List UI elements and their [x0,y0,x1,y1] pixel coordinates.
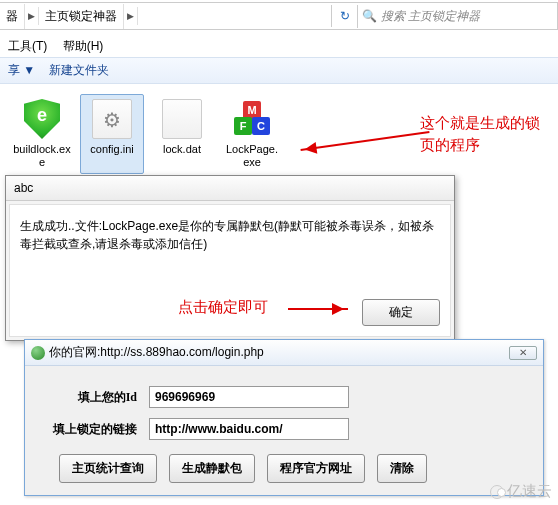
official-site-button[interactable]: 程序官方网址 [267,454,365,483]
file-label: lock.dat [153,143,211,156]
search-placeholder: 搜索 主页锁定神器 [381,8,480,25]
chevron-right-icon[interactable]: ▶ [124,7,138,25]
breadcrumb: 器 ▶ 主页锁定神器 ▶ [0,4,138,29]
file-label: LockPage.exe [223,143,281,169]
toolbar: 享 ▼ 新建文件夹 [0,57,558,84]
cloud-icon [490,485,504,499]
ini-gear-icon [92,99,132,139]
file-item[interactable]: config.ini [80,94,144,174]
arrow-icon [288,308,348,310]
exe-shield-icon [22,99,62,139]
breadcrumb-seg-1[interactable]: 器 [0,4,25,29]
stats-button[interactable]: 主页统计查询 [59,454,157,483]
file-item[interactable]: MFC LockPage.exe [220,94,284,174]
file-label: config.ini [83,143,141,156]
link-input[interactable] [149,418,349,440]
menu-help[interactable]: 帮助(H) [63,39,104,53]
search-icon: 🔍 [362,9,377,23]
menu-tools[interactable]: 工具(T) [8,39,47,53]
chevron-right-icon[interactable]: ▶ [25,7,39,25]
watermark: 亿速云 [490,482,552,501]
id-input[interactable] [149,386,349,408]
menu-bar: 工具(T) 帮助(H) [0,36,558,57]
id-label: 填上您的Id [39,389,149,406]
breadcrumb-seg-2[interactable]: 主页锁定神器 [39,4,124,29]
refresh-icon[interactable]: ↻ [331,5,357,27]
dat-file-icon [162,99,202,139]
config-title: 你的官网:http://ss.889hao.com/login.php [49,344,264,361]
file-label: buildlock.exe [13,143,71,169]
globe-icon [31,346,45,360]
ok-button[interactable]: 确定 [362,299,440,326]
dialog-title: abc [6,176,454,201]
close-button[interactable]: ✕ [509,346,537,360]
search-box[interactable]: 🔍 搜索 主页锁定神器 [357,5,557,28]
config-window: 你的官网:http://ss.889hao.com/login.php ✕ 填上… [24,339,544,496]
link-label: 填上锁定的链接 [39,421,149,438]
toolbar-share[interactable]: 享 ▼ [8,62,35,79]
annotation-text: 这个就是生成的锁 页的程序 [420,112,540,156]
toolbar-new-folder[interactable]: 新建文件夹 [49,62,109,79]
generate-button[interactable]: 生成静默包 [169,454,255,483]
file-item[interactable]: lock.dat [150,94,214,174]
address-bar: 器 ▶ 主页锁定神器 ▶ ↻ 🔍 搜索 主页锁定神器 [0,2,558,30]
dialog-message: 生成成功..文件:LockPage.exe是你的专属静默包(静默可能被杀毒误杀，… [20,217,440,253]
config-title-bar: 你的官网:http://ss.889hao.com/login.php ✕ [25,340,543,366]
mfc-cubes-icon: MFC [232,99,272,139]
annotation-text: 点击确定即可 [178,298,268,317]
file-item[interactable]: buildlock.exe [10,94,74,174]
clear-button[interactable]: 清除 [377,454,427,483]
